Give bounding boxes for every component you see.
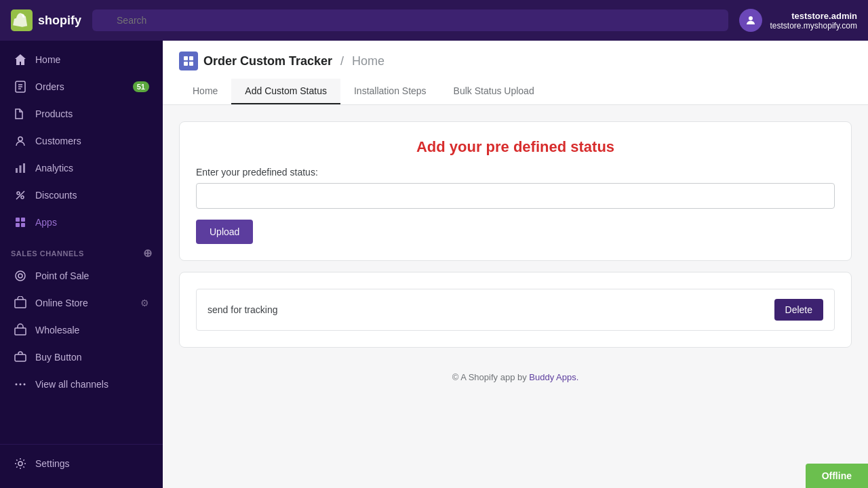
layout: Home Orders 51 Products Customers An (0, 41, 868, 488)
svg-rect-20 (15, 328, 26, 335)
topbar: shopify 🔍 teststore.admin teststore.mysh… (0, 0, 868, 41)
sales-channels-section: SALES CHANNELS ⊕ (0, 236, 163, 262)
sidebar-apps-label: Apps (35, 217, 57, 228)
app-icon (179, 52, 198, 70)
main-content: Order Custom Tracker / Home Home Add Cus… (163, 41, 868, 488)
svg-rect-27 (189, 56, 193, 60)
breadcrumb-separator: / (340, 54, 344, 68)
svg-point-10 (17, 192, 20, 195)
svg-rect-28 (184, 62, 188, 66)
sidebar-wholesale-label: Wholesale (35, 325, 79, 336)
sidebar-item-view-all-channels[interactable]: View all channels (3, 371, 160, 398)
sidebar-orders-label: Orders (35, 81, 64, 92)
svg-point-11 (21, 196, 24, 199)
offline-badge: Offline (806, 464, 868, 488)
sidebar: Home Orders 51 Products Customers An (0, 41, 163, 488)
svg-rect-14 (21, 218, 25, 222)
footer-link[interactable]: Buddy Apps. (529, 372, 578, 382)
sidebar-item-analytics[interactable]: Analytics (3, 155, 160, 182)
status-input[interactable] (196, 183, 835, 209)
svg-rect-13 (16, 218, 20, 222)
store-url: teststore.myshopify.com (770, 21, 857, 30)
tab-home[interactable]: Home (179, 79, 231, 104)
sidebar-settings-label: Settings (35, 458, 70, 469)
status-item: send for tracking Delete (196, 289, 835, 331)
logo-text: shopify (38, 14, 81, 28)
svg-point-23 (20, 384, 22, 386)
sales-channels-title: SALES CHANNELS (11, 249, 84, 258)
svg-point-1 (749, 16, 753, 20)
tab-add-custom-status[interactable]: Add Custom Status (231, 79, 340, 104)
svg-point-17 (16, 271, 25, 281)
sidebar-products-label: Products (35, 108, 73, 119)
add-status-card: Add your pre defined status Enter your p… (179, 121, 852, 261)
sidebar-item-home[interactable]: Home (3, 46, 160, 73)
sidebar-item-customers[interactable]: Customers (3, 127, 160, 155)
topbar-right: teststore.admin teststore.myshopify.com (739, 9, 857, 32)
sidebar-bottom: Settings (0, 444, 163, 488)
footer-text: © A Shopify app by (452, 372, 527, 382)
content-area: Add your pre defined status Enter your p… (163, 105, 868, 488)
breadcrumb-app-name: Order Custom Tracker (203, 54, 332, 68)
sidebar-item-buy-button[interactable]: Buy Button (3, 344, 160, 371)
sidebar-analytics-label: Analytics (35, 163, 73, 174)
delete-button[interactable]: Delete (774, 299, 823, 321)
sidebar-item-orders[interactable]: Orders 51 (3, 73, 160, 100)
svg-point-6 (18, 137, 22, 141)
svg-rect-16 (21, 223, 25, 227)
breadcrumb: Order Custom Tracker / Home (179, 52, 852, 70)
page-header: Order Custom Tracker / Home Home Add Cus… (163, 41, 868, 105)
svg-point-22 (16, 384, 18, 386)
sidebar-home-label: Home (35, 54, 60, 65)
sidebar-item-pos[interactable]: Point of Sale (3, 262, 160, 289)
svg-rect-15 (16, 223, 20, 227)
svg-rect-21 (15, 354, 26, 361)
svg-rect-19 (15, 300, 26, 308)
add-channel-icon[interactable]: ⊕ (143, 247, 153, 260)
search-input[interactable] (92, 9, 728, 31)
tab-bulk-status-upload[interactable]: Bulk Status Upload (440, 79, 548, 104)
svg-rect-9 (23, 163, 25, 173)
svg-rect-26 (184, 56, 188, 60)
store-info: teststore.admin teststore.myshopify.com (770, 11, 857, 30)
svg-rect-8 (20, 165, 22, 173)
sidebar-item-discounts[interactable]: Discounts (3, 182, 160, 209)
breadcrumb-home[interactable]: Home (352, 54, 384, 68)
sidebar-nav: Home Orders 51 Products Customers An (0, 41, 163, 444)
svg-rect-29 (189, 62, 193, 66)
orders-badge: 51 (133, 81, 149, 92)
svg-point-18 (18, 274, 22, 278)
svg-point-25 (18, 462, 22, 466)
search-wrapper: 🔍 (92, 9, 728, 31)
status-item-text: send for tracking (208, 304, 278, 315)
sidebar-online-store-label: Online Store (35, 298, 88, 308)
sidebar-item-settings[interactable]: Settings (3, 450, 160, 477)
sidebar-item-products[interactable]: Products (3, 100, 160, 127)
footer: © A Shopify app by Buddy Apps. (179, 359, 852, 396)
sidebar-item-online-store[interactable]: Online Store ⚙ (3, 289, 160, 317)
input-label: Enter your predefined status: (196, 167, 835, 178)
logo[interactable]: shopify (11, 9, 81, 31)
sidebar-item-wholesale[interactable]: Wholesale (3, 317, 160, 344)
upload-button[interactable]: Upload (196, 220, 253, 244)
section-title: Add your pre defined status (196, 138, 835, 156)
status-list-card: send for tracking Delete (179, 272, 852, 348)
svg-point-24 (24, 384, 26, 386)
sidebar-item-apps[interactable]: Apps (3, 209, 160, 236)
sidebar-buy-button-label: Buy Button (35, 352, 82, 363)
tab-installation-steps[interactable]: Installation Steps (340, 79, 440, 104)
svg-rect-7 (16, 168, 18, 173)
sidebar-view-all-label: View all channels (35, 379, 108, 390)
store-name: teststore.admin (770, 11, 857, 21)
sidebar-pos-label: Point of Sale (35, 270, 89, 281)
avatar[interactable] (739, 9, 762, 32)
online-store-settings-icon[interactable]: ⚙ (140, 298, 149, 308)
tabs: Home Add Custom Status Installation Step… (179, 79, 852, 104)
sidebar-discounts-label: Discounts (35, 190, 77, 201)
sidebar-customers-label: Customers (35, 136, 81, 146)
